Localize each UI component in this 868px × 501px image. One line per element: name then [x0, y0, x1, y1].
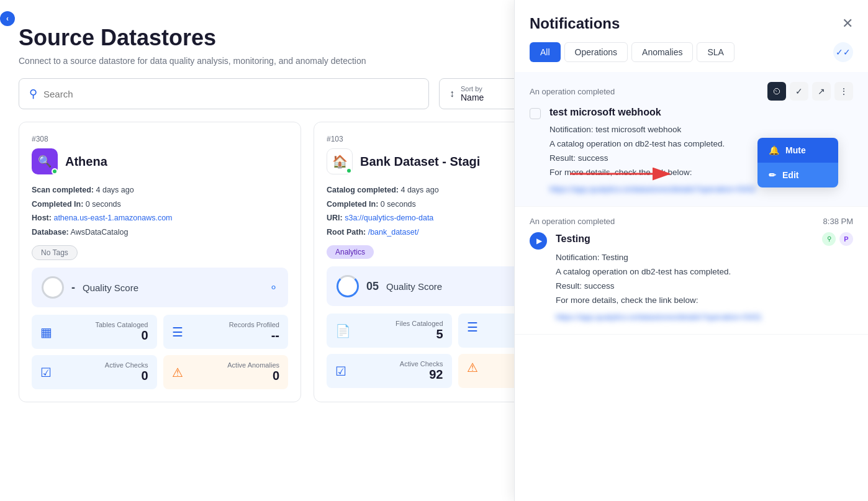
- check-all-button[interactable]: ✓✓: [833, 42, 853, 62]
- notif-link-blurred-2: https://app.qualytics.io/datastores/deta…: [556, 310, 853, 324]
- stat-value-anomalies: 0: [273, 369, 279, 383]
- datastore-card-athena[interactable]: #308 🔍 Athena Scan completed: 4 days ago…: [19, 122, 301, 402]
- back-button[interactable]: ‹: [0, 11, 15, 26]
- notif-time-2: 8:38 PM: [823, 217, 853, 226]
- check-icon: ☑: [40, 365, 52, 380]
- notif-content-2: Testing ⚲ P Notification: Testing A cata…: [556, 232, 853, 324]
- notif-desc-2-line-1: Notification: Testing: [556, 251, 853, 265]
- notif-item-2-body: ▶ Testing ⚲ P Notification: Testing: [530, 232, 853, 324]
- stat-value-checks: 0: [141, 369, 148, 383]
- tab-sla[interactable]: SLA: [697, 42, 734, 62]
- card-name-bank: Bank Dataset - Stagi: [360, 155, 480, 169]
- notif-name-row-2: Testing ⚲ P: [556, 232, 853, 246]
- quality-network-icon[interactable]: ⚬: [269, 281, 278, 294]
- rows-icon-bank: ☰: [467, 320, 478, 335]
- stat-active-checks: ☑ Active Checks 0: [32, 355, 157, 389]
- notification-item-1: An operation completed ⏲ ✓ ↗ ⋮ test micr…: [515, 72, 868, 207]
- host-link[interactable]: athena.us-east-1.amazonaws.com: [53, 214, 172, 222]
- notif-item-1-header: An operation completed ⏲ ✓ ↗ ⋮: [530, 82, 853, 101]
- rows-icon: ☰: [172, 325, 183, 340]
- stat-active-anomalies: ⚠ Active Anomalies 0: [163, 355, 289, 389]
- card-name: Athena: [65, 155, 107, 169]
- stat-active-checks-bank: ☑ Active Checks 92: [327, 354, 452, 388]
- stat-tables-cataloged: ▦ Tables Cataloged 0: [32, 315, 157, 349]
- card-number: #308: [32, 135, 288, 143]
- edit-label: Edit: [782, 170, 798, 180]
- notif-actions-1: ⏲ ✓ ↗ ⋮: [767, 82, 853, 101]
- online-status-dot-bank: [346, 168, 352, 174]
- stat-records-profiled: ☰ Records Profiled --: [163, 315, 289, 349]
- card-avatar-athena: 🔍: [32, 148, 58, 174]
- notif-action-check-btn[interactable]: ✓: [790, 82, 808, 101]
- mute-label: Mute: [785, 145, 806, 155]
- notif-action-clock-btn[interactable]: ⏲: [767, 82, 786, 101]
- bank-icon: 🏠: [332, 154, 348, 169]
- edit-icon: ✏: [769, 170, 776, 180]
- notif-checkbox-1[interactable]: [530, 108, 541, 119]
- notif-operation-text-1: An operation completed: [530, 87, 615, 96]
- card-tag-notag: No Tags: [32, 245, 78, 260]
- notif-icon-p: P: [839, 232, 853, 246]
- notifications-list: An operation completed ⏲ ✓ ↗ ⋮ test micr…: [515, 72, 868, 501]
- back-icon: ‹: [6, 14, 9, 23]
- search-box[interactable]: ⚲: [19, 78, 429, 109]
- notif-action-more-btn[interactable]: ⋮: [834, 82, 853, 101]
- quality-circle: [42, 276, 64, 299]
- check-icon-bank: ☑: [335, 364, 346, 379]
- quality-score-left: - Quality Score: [42, 276, 138, 299]
- tab-all[interactable]: All: [530, 42, 561, 62]
- notif-name-row-1: test microsoft webhook 🔔 Mute ✏ Edit: [549, 107, 853, 118]
- stat-label-anomalies: Active Anomalies: [227, 361, 279, 369]
- notif-edit-button[interactable]: ✏ Edit: [757, 163, 838, 187]
- mute-icon: 🔔: [769, 145, 779, 155]
- quality-score-label: Quality Score: [83, 282, 138, 293]
- notif-item-2-header: An operation completed 8:38 PM: [530, 217, 853, 226]
- check-all-icon: ✓✓: [836, 47, 851, 57]
- search-input[interactable]: [43, 89, 418, 99]
- root-path-link[interactable]: /bank_dataset/: [368, 228, 419, 237]
- notif-popup-1: 🔔 Mute ✏ Edit: [757, 138, 838, 187]
- notif-play-button[interactable]: ▶: [530, 232, 547, 250]
- warning-icon-bank: ⚠: [467, 360, 478, 375]
- stat-label-records: Records Profiled: [229, 321, 279, 328]
- stat-label-tables: Tables Cataloged: [95, 321, 148, 328]
- uri-link[interactable]: s3a://qualytics-demo-data: [345, 214, 433, 222]
- stat-value-checks-bank: 92: [429, 368, 443, 382]
- notifications-close-button[interactable]: ✕: [842, 16, 853, 32]
- card-tag-analytics: Analytics: [327, 245, 374, 259]
- quality-score-left-bank: 05 Quality Score: [337, 275, 442, 297]
- notif-item-1-body: test microsoft webhook 🔔 Mute ✏ Edit: [530, 107, 853, 196]
- search-icon: ⚲: [29, 87, 37, 101]
- card-avatar-bank: 🏠: [327, 148, 353, 174]
- notif-operation-text-2: An operation completed: [530, 217, 615, 226]
- notif-desc-2-line-3: Result: success: [556, 279, 853, 294]
- quality-score-section: - Quality Score ⚬: [32, 268, 288, 307]
- play-icon: ▶: [536, 237, 542, 245]
- notif-action-external-btn[interactable]: ↗: [812, 82, 831, 101]
- file-icon: 📄: [335, 323, 351, 338]
- stat-label-files: Files Cataloged: [396, 320, 443, 327]
- stat-label-checks: Active Checks: [105, 361, 148, 369]
- table-icon: ▦: [40, 325, 52, 340]
- tab-operations[interactable]: Operations: [564, 42, 628, 62]
- notif-name-1: test microsoft webhook: [549, 107, 661, 118]
- notifications-title: Notifications: [530, 15, 620, 32]
- notifications-tabs: All Operations Anomalies SLA ✓✓: [515, 42, 868, 72]
- tab-anomalies[interactable]: Anomalies: [631, 42, 693, 62]
- notif-icon-search: ⚲: [822, 232, 836, 246]
- sort-icon: ↕: [450, 88, 454, 99]
- stat-files-cataloged: 📄 Files Cataloged 5: [327, 314, 452, 348]
- notif-name-2: Testing: [556, 233, 590, 245]
- quality-circle-bank: [337, 275, 359, 297]
- quality-score-prefix: -: [71, 281, 75, 294]
- quality-score-prefix-bank: 05: [366, 280, 379, 293]
- stat-label-checks-bank: Active Checks: [400, 360, 443, 368]
- notification-item-2: An operation completed 8:38 PM ▶ Testing…: [515, 207, 868, 335]
- notif-item-icons-2: ⚲ P: [822, 232, 853, 246]
- notif-mute-button[interactable]: 🔔 Mute: [757, 138, 838, 163]
- notif-desc-2: Notification: Testing A catalog operatio…: [556, 251, 853, 324]
- notif-desc-line-1: Notification: test microsoft webhook: [549, 123, 853, 137]
- notif-desc-2-line-2: A catalog operation on db2-test has comp…: [556, 265, 853, 279]
- online-status-dot: [52, 168, 58, 174]
- notif-content-1: test microsoft webhook 🔔 Mute ✏ Edit: [549, 107, 853, 196]
